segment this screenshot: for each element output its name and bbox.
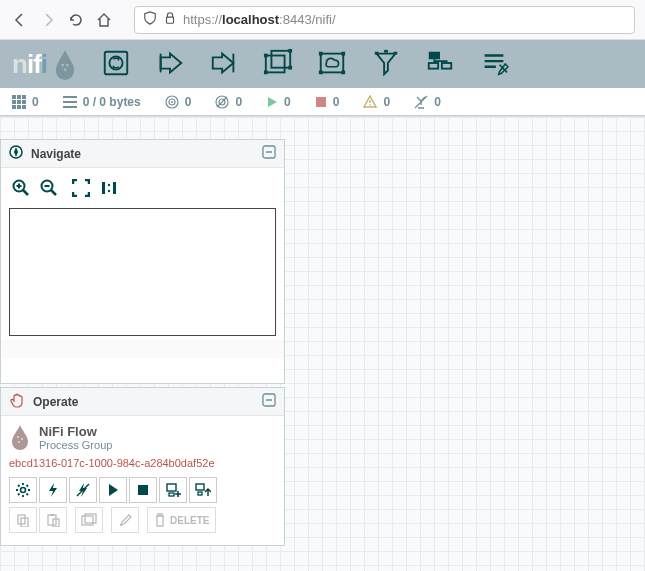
svg-rect-26 [12, 100, 16, 104]
minus-square-icon [262, 393, 276, 407]
fit-icon [72, 179, 90, 197]
grid-icon [12, 95, 26, 109]
warning-icon [363, 95, 377, 109]
svg-rect-14 [319, 70, 323, 74]
zoom-fit-button[interactable] [69, 176, 93, 200]
delete-button: DELETE [147, 507, 216, 533]
svg-rect-68 [169, 493, 174, 496]
svg-point-58 [108, 190, 110, 192]
component-toolbar [101, 48, 509, 81]
copy-icon [16, 513, 30, 527]
operate-buttons-row-1 [9, 477, 276, 503]
process-group-icon[interactable] [263, 48, 293, 81]
svg-line-44 [415, 96, 427, 108]
home-button[interactable] [94, 10, 114, 30]
funnel-icon[interactable] [371, 48, 401, 81]
enable-button[interactable] [39, 477, 67, 503]
nifi-logo: nifi [12, 48, 79, 80]
svg-rect-77 [85, 514, 96, 523]
zoom-out-icon [40, 179, 58, 197]
collapse-button[interactable] [262, 145, 276, 162]
bolt-icon [46, 482, 60, 498]
list-icon [63, 95, 77, 109]
svg-rect-1 [62, 64, 64, 66]
svg-rect-32 [63, 96, 77, 98]
disable-button[interactable] [69, 477, 97, 503]
reload-button[interactable] [66, 10, 86, 30]
arrow-right-icon [40, 12, 56, 28]
remote-process-group-icon[interactable] [317, 48, 347, 81]
status-active-threads: 0 [12, 95, 39, 109]
svg-rect-31 [22, 105, 26, 109]
zoom-out-button[interactable] [37, 176, 61, 200]
browser-nav-bar: https://localhost:8443/nifi/ [0, 0, 645, 40]
svg-rect-74 [50, 514, 54, 516]
paste-button [39, 507, 67, 533]
home-icon [96, 12, 112, 28]
svg-point-43 [370, 104, 372, 106]
operate-panel: Operate NiFi Flow Process Group ebcd1316… [0, 387, 285, 546]
navigate-panel: Navigate [0, 139, 285, 384]
svg-rect-20 [429, 51, 440, 59]
birdseye-view[interactable] [9, 208, 276, 336]
status-bar: 0 0 / 0 bytes 0 0 0 0 0 0 [0, 88, 645, 116]
url-text: https://localhost:8443/nifi/ [183, 12, 626, 27]
input-port-icon[interactable] [155, 48, 185, 81]
svg-rect-15 [341, 51, 345, 55]
svg-rect-6 [266, 55, 285, 72]
gear-icon [15, 482, 31, 498]
upload-template-button[interactable] [189, 477, 217, 503]
stop-button[interactable] [129, 477, 157, 503]
bolt-slash-icon [75, 482, 91, 498]
operate-header: Operate [1, 388, 284, 416]
play-icon [266, 96, 278, 108]
status-stopped: 0 [315, 95, 340, 109]
zoom-actual-button[interactable] [97, 176, 121, 200]
navigate-header: Navigate [1, 140, 284, 168]
zoom-in-icon [12, 179, 30, 197]
flow-name: NiFi Flow [39, 424, 112, 439]
color-button [111, 507, 139, 533]
svg-rect-22 [442, 63, 451, 69]
start-button[interactable] [99, 477, 127, 503]
drop-icon [51, 48, 79, 80]
status-disabled: 0 [414, 95, 441, 109]
svg-rect-30 [17, 105, 21, 109]
birdseye-footer [1, 340, 284, 358]
svg-rect-7 [271, 50, 290, 67]
svg-rect-24 [17, 95, 21, 99]
canvas[interactable]: Navigate Operate [0, 116, 645, 571]
svg-rect-67 [167, 484, 176, 491]
configure-button[interactable] [9, 477, 37, 503]
svg-rect-76 [82, 516, 93, 525]
url-bar[interactable]: https://localhost:8443/nifi/ [134, 6, 635, 34]
compass-icon [9, 145, 23, 162]
template-icon[interactable] [425, 48, 455, 81]
bullseye-slash-icon [215, 95, 229, 109]
svg-rect-17 [375, 51, 379, 54]
minus-square-icon [262, 145, 276, 159]
create-template-button[interactable] [159, 477, 187, 503]
zoom-in-button[interactable] [9, 176, 33, 200]
collapse-button[interactable] [262, 393, 276, 410]
svg-rect-13 [319, 51, 323, 55]
shield-icon [143, 11, 157, 28]
status-not-transmitting: 0 [215, 95, 242, 109]
label-icon[interactable] [479, 48, 509, 81]
reload-icon [68, 12, 84, 28]
svg-line-53 [51, 190, 56, 195]
actual-size-icon [100, 179, 118, 197]
group-icon [81, 513, 97, 527]
svg-rect-0 [167, 17, 174, 23]
back-button[interactable] [10, 10, 30, 30]
forward-button[interactable] [38, 10, 58, 30]
processor-icon[interactable] [101, 48, 131, 81]
svg-rect-34 [63, 106, 77, 108]
svg-rect-28 [22, 100, 26, 104]
svg-rect-16 [341, 70, 345, 74]
trash-icon [154, 513, 166, 527]
arrow-left-icon [12, 12, 28, 28]
svg-rect-8 [264, 53, 268, 57]
svg-rect-73 [48, 515, 56, 525]
output-port-icon[interactable] [209, 48, 239, 81]
